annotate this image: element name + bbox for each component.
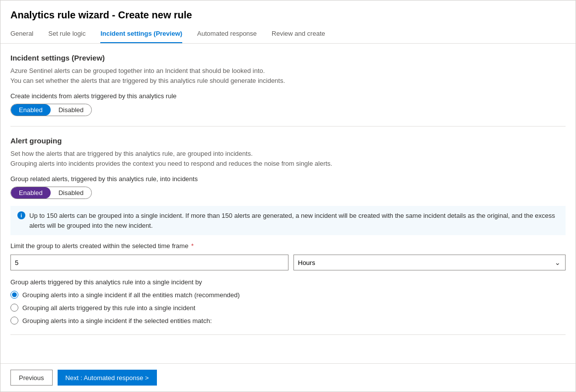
- radio-group-all[interactable]: Grouping all alerts triggered by this ru…: [10, 304, 566, 312]
- radio-group-entities-label: Grouping alerts into a single incident i…: [22, 291, 240, 299]
- tab-review-and-create[interactable]: Review and create: [272, 26, 325, 43]
- footer: Previous Next : Automated response >: [0, 363, 576, 392]
- radio-group: Grouping alerts into a single incident i…: [10, 291, 566, 325]
- time-frame-row: Hours Minutes Days: [10, 255, 566, 270]
- grouping-enabled-toggle[interactable]: Enabled: [11, 187, 51, 198]
- info-icon: i: [17, 211, 25, 219]
- time-frame-label: Limit the group to alerts created within…: [10, 242, 566, 250]
- incident-desc-line1: Azure Sentinel alerts can be grouped tog…: [10, 67, 265, 74]
- tab-set-rule-logic[interactable]: Set rule logic: [48, 26, 85, 43]
- incident-disabled-toggle[interactable]: Disabled: [51, 104, 92, 116]
- required-asterisk: *: [191, 242, 194, 250]
- radio-group-all-label: Grouping all alerts triggered by this ru…: [22, 304, 195, 312]
- next-button[interactable]: Next : Automated response >: [58, 370, 157, 386]
- incident-toggle-group: Enabled Disabled: [10, 104, 92, 116]
- info-box: i Up to 150 alerts can be grouped into a…: [10, 206, 566, 235]
- grouping-by-title: Group alerts triggered by this analytics…: [10, 278, 566, 286]
- tab-incident-settings[interactable]: Incident settings (Preview): [100, 26, 182, 43]
- grouping-disabled-toggle[interactable]: Disabled: [51, 187, 92, 198]
- page-title: Analytics rule wizard - Create new rule: [0, 0, 576, 26]
- incident-enabled-toggle[interactable]: Enabled: [11, 104, 51, 116]
- tab-general[interactable]: General: [10, 26, 33, 43]
- alert-grouping-section: Alert grouping Set how the alerts that a…: [10, 136, 566, 335]
- alert-grouping-desc: Set how the alerts that are triggered by…: [10, 149, 566, 168]
- alert-grouping-desc-line2: Grouping alerts into incidents provides …: [10, 160, 332, 167]
- create-incidents-label: Create incidents from alerts triggered b…: [10, 92, 566, 100]
- incident-settings-title: Incident settings (Preview): [10, 54, 566, 62]
- radio-group-all-input[interactable]: [10, 304, 18, 312]
- radio-group-entities[interactable]: Grouping alerts into a single incident i…: [10, 291, 566, 299]
- incident-settings-section: Incident settings (Preview) Azure Sentin…: [10, 54, 566, 127]
- content-area: Incident settings (Preview) Azure Sentin…: [0, 44, 576, 363]
- previous-button[interactable]: Previous: [10, 370, 53, 386]
- time-frame-input[interactable]: [10, 255, 288, 270]
- time-unit-select[interactable]: Hours Minutes Days: [293, 255, 566, 270]
- radio-group-entities-input[interactable]: [10, 291, 18, 299]
- nav-tabs: General Set rule logic Incident settings…: [0, 26, 576, 44]
- group-related-alerts-label: Group related alerts, triggered by this …: [10, 175, 566, 183]
- time-unit-select-wrapper: Hours Minutes Days: [293, 255, 566, 270]
- radio-group-selected-input[interactable]: [10, 317, 18, 325]
- info-text: Up to 150 alerts can be grouped into a s…: [29, 211, 559, 230]
- grouping-toggle-group: Enabled Disabled: [10, 187, 92, 199]
- incident-desc-line2: You can set whether the alerts that are …: [10, 77, 285, 84]
- alert-grouping-title: Alert grouping: [10, 136, 566, 145]
- tab-automated-response[interactable]: Automated response: [197, 26, 257, 43]
- radio-group-selected[interactable]: Grouping alerts into a single incident i…: [10, 317, 566, 325]
- radio-group-selected-label: Grouping alerts into a single incident i…: [22, 317, 212, 325]
- incident-settings-desc: Azure Sentinel alerts can be grouped tog…: [10, 66, 566, 85]
- alert-grouping-desc-line1: Set how the alerts that are triggered by…: [10, 150, 253, 157]
